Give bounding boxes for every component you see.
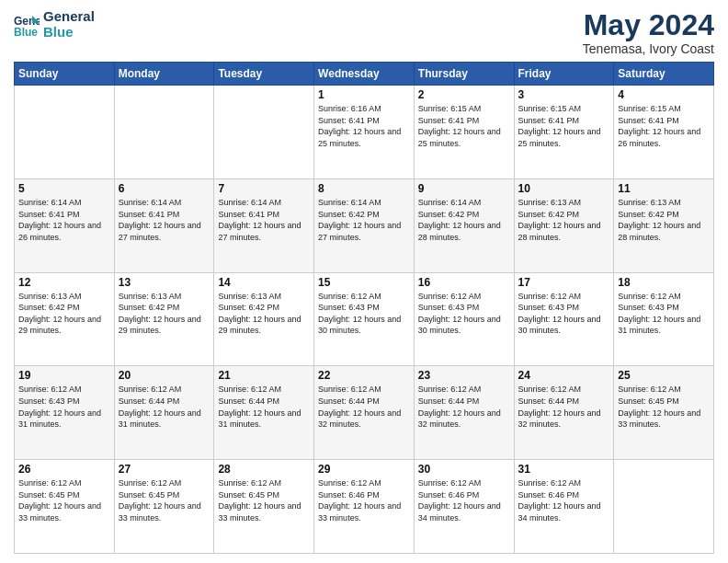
day-info: Sunrise: 6:13 AM Sunset: 6:42 PM Dayligh…	[18, 291, 110, 337]
table-row: 2Sunrise: 6:15 AM Sunset: 6:41 PM Daylig…	[414, 86, 514, 179]
day-number: 28	[218, 463, 310, 476]
table-row: 17Sunrise: 6:12 AM Sunset: 6:43 PM Dayli…	[514, 272, 614, 366]
day-number: 24	[518, 369, 610, 382]
col-monday: Monday	[114, 63, 214, 86]
calendar-page: General Blue General Blue May 2024 Tenem…	[0, 0, 728, 563]
day-info: Sunrise: 6:12 AM Sunset: 6:45 PM Dayligh…	[218, 477, 310, 523]
logo-text: General Blue	[43, 9, 95, 40]
day-info: Sunrise: 6:13 AM Sunset: 6:42 PM Dayligh…	[218, 291, 310, 337]
day-number: 12	[18, 276, 110, 289]
day-info: Sunrise: 6:12 AM Sunset: 6:44 PM Dayligh…	[518, 384, 610, 430]
table-row: 18Sunrise: 6:12 AM Sunset: 6:43 PM Dayli…	[614, 272, 714, 366]
table-row: 1Sunrise: 6:16 AM Sunset: 6:41 PM Daylig…	[314, 86, 415, 179]
day-info: Sunrise: 6:13 AM Sunset: 6:42 PM Dayligh…	[618, 197, 710, 243]
day-number: 7	[218, 182, 310, 195]
header: General Blue General Blue May 2024 Tenem…	[14, 9, 714, 56]
table-row: 12Sunrise: 6:13 AM Sunset: 6:42 PM Dayli…	[15, 272, 115, 366]
day-number: 31	[518, 463, 610, 476]
table-row: 21Sunrise: 6:12 AM Sunset: 6:44 PM Dayli…	[214, 366, 314, 460]
day-number: 17	[518, 276, 610, 289]
day-info: Sunrise: 6:12 AM Sunset: 6:43 PM Dayligh…	[18, 384, 110, 430]
col-sunday: Sunday	[15, 63, 115, 86]
day-number: 26	[18, 463, 110, 476]
day-number: 18	[618, 276, 710, 289]
day-number: 8	[318, 182, 410, 195]
day-info: Sunrise: 6:16 AM Sunset: 6:41 PM Dayligh…	[318, 103, 410, 149]
day-number: 13	[119, 276, 210, 289]
day-info: Sunrise: 6:12 AM Sunset: 6:44 PM Dayligh…	[119, 384, 210, 430]
table-row: 4Sunrise: 6:15 AM Sunset: 6:41 PM Daylig…	[614, 86, 714, 179]
table-row: 23Sunrise: 6:12 AM Sunset: 6:44 PM Dayli…	[414, 366, 514, 460]
location: Tenemasa, Ivory Coast	[583, 41, 714, 56]
table-row: 29Sunrise: 6:12 AM Sunset: 6:46 PM Dayli…	[314, 460, 415, 554]
svg-text:Blue: Blue	[14, 26, 38, 38]
logo-icon: General Blue	[14, 12, 40, 38]
table-row	[114, 86, 214, 179]
title-block: May 2024 Tenemasa, Ivory Coast	[583, 9, 714, 56]
table-row: 19Sunrise: 6:12 AM Sunset: 6:43 PM Dayli…	[15, 366, 115, 460]
day-info: Sunrise: 6:12 AM Sunset: 6:43 PM Dayligh…	[418, 291, 510, 337]
day-info: Sunrise: 6:13 AM Sunset: 6:42 PM Dayligh…	[518, 197, 610, 243]
day-info: Sunrise: 6:12 AM Sunset: 6:43 PM Dayligh…	[518, 291, 610, 337]
day-number: 16	[418, 276, 510, 289]
header-row: Sunday Monday Tuesday Wednesday Thursday…	[15, 63, 714, 86]
day-number: 19	[18, 369, 110, 382]
day-info: Sunrise: 6:14 AM Sunset: 6:41 PM Dayligh…	[119, 197, 210, 243]
day-info: Sunrise: 6:12 AM Sunset: 6:45 PM Dayligh…	[119, 477, 210, 523]
table-row: 13Sunrise: 6:13 AM Sunset: 6:42 PM Dayli…	[114, 272, 214, 366]
table-row: 15Sunrise: 6:12 AM Sunset: 6:43 PM Dayli…	[314, 272, 415, 366]
day-number: 14	[218, 276, 310, 289]
table-row: 6Sunrise: 6:14 AM Sunset: 6:41 PM Daylig…	[114, 178, 214, 272]
day-number: 10	[518, 182, 610, 195]
day-info: Sunrise: 6:15 AM Sunset: 6:41 PM Dayligh…	[618, 103, 710, 149]
day-info: Sunrise: 6:15 AM Sunset: 6:41 PM Dayligh…	[518, 103, 610, 149]
day-info: Sunrise: 6:14 AM Sunset: 6:42 PM Dayligh…	[418, 197, 510, 243]
day-info: Sunrise: 6:12 AM Sunset: 6:46 PM Dayligh…	[318, 477, 410, 523]
table-row: 8Sunrise: 6:14 AM Sunset: 6:42 PM Daylig…	[314, 178, 415, 272]
day-info: Sunrise: 6:12 AM Sunset: 6:45 PM Dayligh…	[18, 477, 110, 523]
day-info: Sunrise: 6:15 AM Sunset: 6:41 PM Dayligh…	[418, 103, 510, 149]
day-info: Sunrise: 6:12 AM Sunset: 6:46 PM Dayligh…	[518, 477, 610, 523]
day-info: Sunrise: 6:14 AM Sunset: 6:42 PM Dayligh…	[318, 197, 410, 243]
logo: General Blue General Blue	[14, 9, 95, 40]
table-row: 20Sunrise: 6:12 AM Sunset: 6:44 PM Dayli…	[114, 366, 214, 460]
day-info: Sunrise: 6:12 AM Sunset: 6:43 PM Dayligh…	[318, 291, 410, 337]
day-info: Sunrise: 6:12 AM Sunset: 6:45 PM Dayligh…	[618, 384, 710, 430]
table-row: 14Sunrise: 6:13 AM Sunset: 6:42 PM Dayli…	[214, 272, 314, 366]
table-row: 10Sunrise: 6:13 AM Sunset: 6:42 PM Dayli…	[514, 178, 614, 272]
day-number: 23	[418, 369, 510, 382]
col-thursday: Thursday	[414, 63, 514, 86]
day-number: 6	[119, 182, 210, 195]
day-number: 20	[119, 369, 210, 382]
table-row: 25Sunrise: 6:12 AM Sunset: 6:45 PM Dayli…	[614, 366, 714, 460]
col-saturday: Saturday	[614, 63, 714, 86]
table-row: 22Sunrise: 6:12 AM Sunset: 6:44 PM Dayli…	[314, 366, 415, 460]
day-info: Sunrise: 6:12 AM Sunset: 6:43 PM Dayligh…	[618, 291, 710, 337]
day-number: 2	[418, 88, 510, 101]
table-row: 3Sunrise: 6:15 AM Sunset: 6:41 PM Daylig…	[514, 86, 614, 179]
table-row: 16Sunrise: 6:12 AM Sunset: 6:43 PM Dayli…	[414, 272, 514, 366]
day-info: Sunrise: 6:13 AM Sunset: 6:42 PM Dayligh…	[119, 291, 210, 337]
day-number: 5	[18, 182, 110, 195]
day-number: 9	[418, 182, 510, 195]
table-row: 5Sunrise: 6:14 AM Sunset: 6:41 PM Daylig…	[15, 178, 115, 272]
day-info: Sunrise: 6:12 AM Sunset: 6:46 PM Dayligh…	[418, 477, 510, 523]
table-row: 11Sunrise: 6:13 AM Sunset: 6:42 PM Dayli…	[614, 178, 714, 272]
table-row: 27Sunrise: 6:12 AM Sunset: 6:45 PM Dayli…	[114, 460, 214, 554]
col-friday: Friday	[514, 63, 614, 86]
col-tuesday: Tuesday	[214, 63, 314, 86]
month-year: May 2024	[583, 9, 714, 41]
day-number: 27	[119, 463, 210, 476]
table-row: 7Sunrise: 6:14 AM Sunset: 6:41 PM Daylig…	[214, 178, 314, 272]
day-info: Sunrise: 6:12 AM Sunset: 6:44 PM Dayligh…	[418, 384, 510, 430]
day-number: 25	[618, 369, 710, 382]
day-info: Sunrise: 6:12 AM Sunset: 6:44 PM Dayligh…	[318, 384, 410, 430]
table-row	[214, 86, 314, 179]
col-wednesday: Wednesday	[314, 63, 415, 86]
day-number: 15	[318, 276, 410, 289]
day-number: 21	[218, 369, 310, 382]
table-row: 9Sunrise: 6:14 AM Sunset: 6:42 PM Daylig…	[414, 178, 514, 272]
day-number: 11	[618, 182, 710, 195]
day-info: Sunrise: 6:14 AM Sunset: 6:41 PM Dayligh…	[218, 197, 310, 243]
day-number: 4	[618, 88, 710, 101]
